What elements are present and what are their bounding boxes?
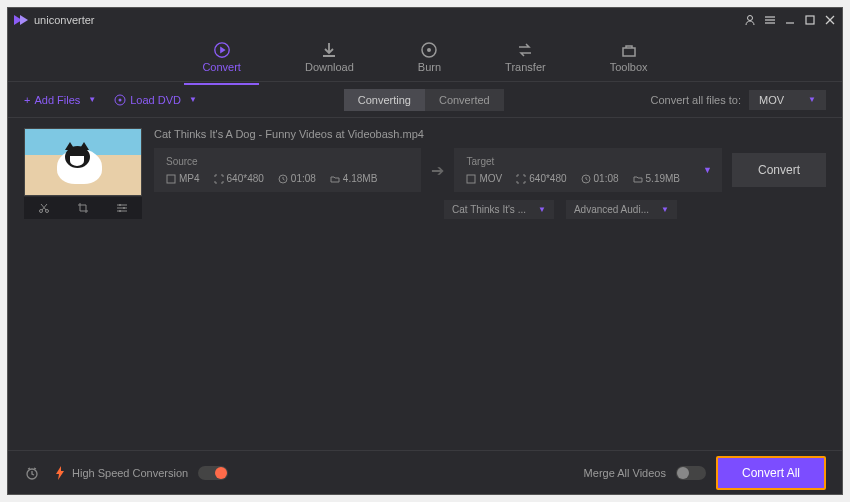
trim-icon[interactable] (38, 202, 50, 214)
footer-right: Merge All Videos Convert All (584, 456, 826, 490)
source-meta: MP4 640*480 01:08 (166, 173, 409, 184)
app-brand: uniconverter (34, 14, 744, 26)
footer: High Speed Conversion Merge All Videos C… (8, 450, 842, 494)
target-size: 5.19MB (633, 173, 680, 184)
svg-point-2 (748, 16, 753, 21)
merge-label: Merge All Videos (584, 467, 666, 479)
menu-icon[interactable] (764, 14, 776, 26)
add-files-label: Add Files (34, 94, 80, 106)
chevron-down-icon: ▼ (189, 95, 197, 104)
svg-point-16 (119, 98, 122, 101)
source-resolution: 640*480 (214, 173, 264, 184)
convert-all-button[interactable]: Convert All (716, 456, 826, 490)
svg-point-23 (123, 207, 125, 209)
nav-label: Convert (202, 61, 241, 73)
window-controls (744, 14, 836, 26)
app-logo-icon (14, 15, 28, 25)
convert-all-files-label: Convert all files to: (651, 94, 741, 106)
target-panel[interactable]: Target MOV 640*480 (454, 148, 721, 192)
nav-label: Burn (418, 61, 441, 73)
crop-icon[interactable] (77, 202, 89, 214)
source-format: MP4 (166, 173, 200, 184)
file-row: Cat Thinks It's A Dog - Funny Videos at … (24, 128, 826, 219)
target-label: Target (466, 156, 709, 167)
file-name: Cat Thinks It's A Dog - Funny Videos at … (154, 128, 826, 140)
close-icon[interactable] (824, 14, 836, 26)
download-icon (320, 41, 338, 59)
minimize-icon[interactable] (784, 14, 796, 26)
load-dvd-button[interactable]: Load DVD ▼ (114, 94, 197, 106)
folder-icon (633, 174, 643, 184)
convert-icon (213, 41, 231, 59)
status-tabs: Converting Converted (344, 89, 504, 111)
svg-point-13 (427, 48, 431, 52)
high-speed-toggle[interactable] (198, 466, 228, 480)
output-format-select[interactable]: MOV ▼ (749, 90, 826, 110)
expand-icon (214, 174, 224, 184)
target-format: MOV (466, 173, 502, 184)
transfer-icon (516, 41, 534, 59)
chevron-down-icon: ▼ (538, 205, 546, 214)
source-size: 4.18MB (330, 173, 377, 184)
main-nav: Convert Download Burn Transfer Toolbox (8, 32, 842, 82)
nav-transfer[interactable]: Transfer (497, 37, 554, 77)
settings-icon[interactable] (116, 202, 128, 214)
source-panel: Source MP4 640*480 (154, 148, 421, 192)
nav-label: Toolbox (610, 61, 648, 73)
subtitle-select[interactable]: Cat Thinks It's ... ▼ (444, 200, 554, 219)
toolbox-icon (620, 41, 638, 59)
source-duration: 01:08 (278, 173, 316, 184)
app-window: uniconverter Convert (7, 7, 843, 495)
svg-marker-30 (56, 466, 64, 480)
tab-converting[interactable]: Converting (344, 89, 425, 111)
nav-label: Transfer (505, 61, 546, 73)
toolbar-left: + Add Files ▼ Load DVD ▼ (24, 94, 197, 106)
chevron-down-icon[interactable]: ▼ (703, 165, 712, 175)
thumbnail-tools (24, 197, 142, 219)
titlebar: uniconverter (8, 8, 842, 32)
nav-label: Download (305, 61, 354, 73)
convert-button[interactable]: Convert (732, 153, 826, 187)
plus-icon: + (24, 94, 30, 106)
bolt-icon (54, 466, 66, 480)
audio-select[interactable]: Advanced Audi... ▼ (566, 200, 677, 219)
nav-convert[interactable]: Convert (194, 37, 249, 77)
file-details: Cat Thinks It's A Dog - Funny Videos at … (154, 128, 826, 219)
format-value: MOV (759, 94, 784, 106)
clock-icon (581, 174, 591, 184)
video-thumbnail[interactable] (24, 128, 142, 196)
chevron-down-icon: ▼ (661, 205, 669, 214)
tab-converted[interactable]: Converted (425, 89, 504, 111)
file-list: Cat Thinks It's A Dog - Funny Videos at … (8, 118, 842, 450)
merge-toggle[interactable] (676, 466, 706, 480)
disc-icon (114, 94, 126, 106)
maximize-icon[interactable] (804, 14, 816, 26)
source-label: Source (166, 156, 409, 167)
target-meta: MOV 640*480 01:08 (466, 173, 709, 184)
target-duration: 01:08 (581, 173, 619, 184)
chevron-down-icon: ▼ (88, 95, 96, 104)
user-icon[interactable] (744, 14, 756, 26)
nav-burn[interactable]: Burn (410, 37, 449, 77)
svg-marker-11 (220, 46, 225, 53)
toolbar-right: Convert all files to: MOV ▼ (651, 90, 826, 110)
file-icon (166, 174, 176, 184)
chevron-down-icon: ▼ (808, 95, 816, 104)
clock-icon (278, 174, 288, 184)
nav-download[interactable]: Download (297, 37, 362, 77)
svg-rect-25 (167, 175, 175, 183)
expand-icon (516, 174, 526, 184)
schedule-icon[interactable] (24, 465, 40, 481)
load-dvd-label: Load DVD (130, 94, 181, 106)
toolbar: + Add Files ▼ Load DVD ▼ Converting Conv… (8, 82, 842, 118)
source-target-row: Source MP4 640*480 (154, 148, 826, 192)
high-speed-label: High Speed Conversion (72, 467, 188, 479)
add-files-button[interactable]: + Add Files ▼ (24, 94, 96, 106)
arrow-icon: ➔ (431, 161, 444, 180)
svg-marker-1 (20, 15, 28, 25)
svg-rect-27 (467, 175, 475, 183)
nav-toolbox[interactable]: Toolbox (602, 37, 656, 77)
svg-rect-7 (806, 16, 814, 24)
svg-point-22 (119, 204, 121, 206)
folder-icon (330, 174, 340, 184)
